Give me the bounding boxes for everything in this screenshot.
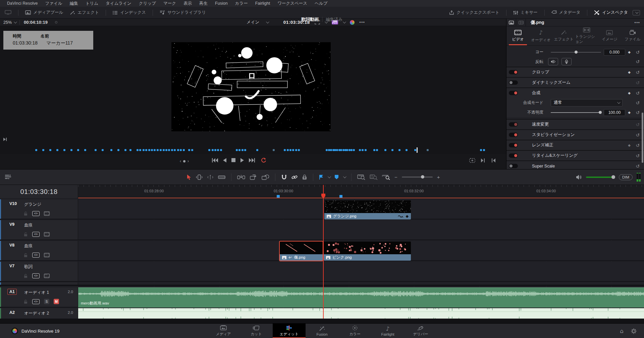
- filmstrip-icon[interactable]: [44, 211, 50, 216]
- timeline-marker-dot[interactable]: [174, 149, 176, 151]
- timeline-marker-dot[interactable]: [336, 149, 338, 151]
- timeline-marker-dot[interactable]: [129, 149, 131, 151]
- crop-section[interactable]: クロップ ◆ ↺: [506, 67, 644, 77]
- timeline-marker-dot[interactable]: [35, 149, 37, 151]
- timeline-marker-dot-dim[interactable]: [273, 149, 275, 151]
- dynamic-trim-button[interactable]: [207, 175, 214, 180]
- lock-icon[interactable]: [23, 211, 28, 216]
- reset-icon[interactable]: ↺: [633, 143, 642, 148]
- timeline-select[interactable]: メイン: [247, 19, 268, 25]
- clip-kizu[interactable]: ✛⁺傷.png: [280, 242, 323, 261]
- keyframe-icon[interactable]: ◆: [625, 70, 633, 74]
- timeline-marker-dot[interactable]: [236, 149, 238, 151]
- timeline-marker-dot[interactable]: [326, 149, 328, 151]
- retime-scaling-section[interactable]: リタイム&スケーリング ↺: [506, 150, 644, 160]
- page-fusion[interactable]: Fusion: [306, 324, 338, 338]
- clip-pink[interactable]: ピンク.png: [324, 242, 411, 261]
- timeline-marker-dot[interactable]: [143, 149, 145, 151]
- filmstrip-icon[interactable]: [44, 274, 50, 278]
- timeline-marker-dot[interactable]: [241, 149, 244, 151]
- tab-audio[interactable]: ♪ オーディオ: [529, 26, 552, 45]
- solo-button[interactable]: S: [44, 299, 49, 304]
- filmstrip-icon[interactable]: [44, 253, 50, 257]
- timeline-marker-dot[interactable]: [414, 149, 416, 151]
- menu-fusion[interactable]: Fusion: [211, 1, 231, 6]
- lock-icon[interactable]: [23, 232, 28, 236]
- chevron-down-icon[interactable]: [343, 20, 346, 23]
- reset-icon[interactable]: ↺: [633, 50, 642, 55]
- dim-button[interactable]: DIM: [619, 174, 633, 180]
- timeline-marker-dot[interactable]: [406, 149, 408, 151]
- home-icon[interactable]: ⌂: [620, 328, 624, 334]
- auto-select-icon[interactable]: <>: [32, 253, 40, 258]
- timeline-marker-dot[interactable]: [340, 149, 342, 151]
- yaw-slider[interactable]: [551, 52, 601, 53]
- timeline-marker-dot[interactable]: [287, 149, 289, 151]
- timeline-marker-dot[interactable]: [298, 149, 300, 151]
- auto-select-icon[interactable]: <>: [32, 232, 40, 237]
- super-scale-section[interactable]: Super Scale ↺: [506, 160, 644, 169]
- skip-start-button[interactable]: [212, 158, 218, 162]
- keyframe-icon[interactable]: ◆: [625, 111, 633, 114]
- timeline-marker-dot[interactable]: [244, 149, 246, 151]
- timeline-marker-dot[interactable]: [154, 149, 156, 151]
- timeline-marker-dot[interactable]: [145, 149, 147, 151]
- link-clips-button[interactable]: [291, 174, 298, 180]
- timeline-marker-dot[interactable]: [238, 149, 240, 151]
- timeline-marker-dot[interactable]: [398, 149, 400, 151]
- timeline-marker-dot[interactable]: [212, 149, 214, 151]
- viewer-canvas[interactable]: ロ: [171, 42, 331, 131]
- menu-workspace[interactable]: ワークスペース: [274, 1, 311, 6]
- reset-icon[interactable]: ↺: [633, 70, 642, 75]
- composite-mode-select[interactable]: 通常: [551, 99, 623, 107]
- jog-control[interactable]: ‹›: [180, 159, 189, 163]
- opacity-slider[interactable]: [551, 112, 601, 113]
- timeline-marker-dot[interactable]: [84, 149, 86, 151]
- inspector-options-icon[interactable]: •••: [634, 20, 640, 25]
- timeline-marker-dot[interactable]: [284, 149, 286, 151]
- keyframe-icon[interactable]: ◆: [625, 91, 633, 95]
- timeline-marker-dot[interactable]: [180, 149, 182, 151]
- speaker-icon[interactable]: [576, 175, 582, 180]
- menu-app[interactable]: DaVinci Resolve: [3, 1, 41, 6]
- timeline-marker-dot[interactable]: [353, 149, 355, 151]
- timeline-marker-dot[interactable]: [391, 149, 393, 151]
- timeline-marker-dot[interactable]: [362, 149, 364, 151]
- timeline-marker-dot[interactable]: [384, 149, 386, 151]
- strip-playhead-tick[interactable]: [417, 147, 418, 153]
- selection-mode-button[interactable]: [186, 174, 192, 180]
- timeline-marker-dot[interactable]: [191, 149, 193, 151]
- retime-scaling-toggle[interactable]: [509, 153, 518, 158]
- timeline-marker-dot[interactable]: [214, 149, 216, 151]
- menu-timeline[interactable]: タイムライン: [102, 1, 135, 6]
- reset-icon[interactable]: ↺: [633, 110, 642, 115]
- flip-vertical-button[interactable]: [561, 58, 572, 65]
- timeline-marker-dot[interactable]: [359, 149, 361, 151]
- metadata-button[interactable]: メタデータ: [548, 10, 584, 15]
- tab-video[interactable]: ビデオ: [506, 26, 529, 45]
- menu-playback[interactable]: 再生: [196, 1, 211, 6]
- super-scale-toggle[interactable]: [509, 164, 518, 168]
- viewer-options-icon[interactable]: •••: [359, 20, 365, 25]
- resize-viewer-icon[interactable]: [469, 158, 475, 163]
- timeline-marker-dot[interactable]: [168, 149, 170, 151]
- inspector-clip-view-button[interactable]: [506, 19, 516, 26]
- stop-button[interactable]: [231, 158, 235, 162]
- timeline-marker-dot[interactable]: [49, 149, 51, 151]
- timeline-marker-dot[interactable]: [480, 149, 482, 151]
- timeline-marker-dot[interactable]: [137, 149, 139, 151]
- timeline-marker-dot[interactable]: [139, 149, 141, 151]
- speed-change-toggle[interactable]: [509, 122, 518, 127]
- timeline-marker-dot[interactable]: [373, 149, 375, 151]
- dynamic-zoom-section[interactable]: ダイナミックズーム ↺: [506, 77, 644, 87]
- lock-icon[interactable]: [23, 253, 28, 257]
- timeline-marker-dot[interactable]: [110, 149, 112, 151]
- goto-in-icon[interactable]: [491, 158, 496, 162]
- timeline-marker-dot[interactable]: [42, 149, 44, 151]
- timeline-marker-dot[interactable]: [217, 149, 219, 151]
- timeline-marker-dot[interactable]: [157, 149, 159, 151]
- reset-icon[interactable]: ↺: [633, 122, 642, 127]
- timeline-marker-dot[interactable]: [160, 149, 162, 151]
- timeline-marker-dot[interactable]: [117, 149, 119, 151]
- play-reverse-button[interactable]: [223, 158, 227, 162]
